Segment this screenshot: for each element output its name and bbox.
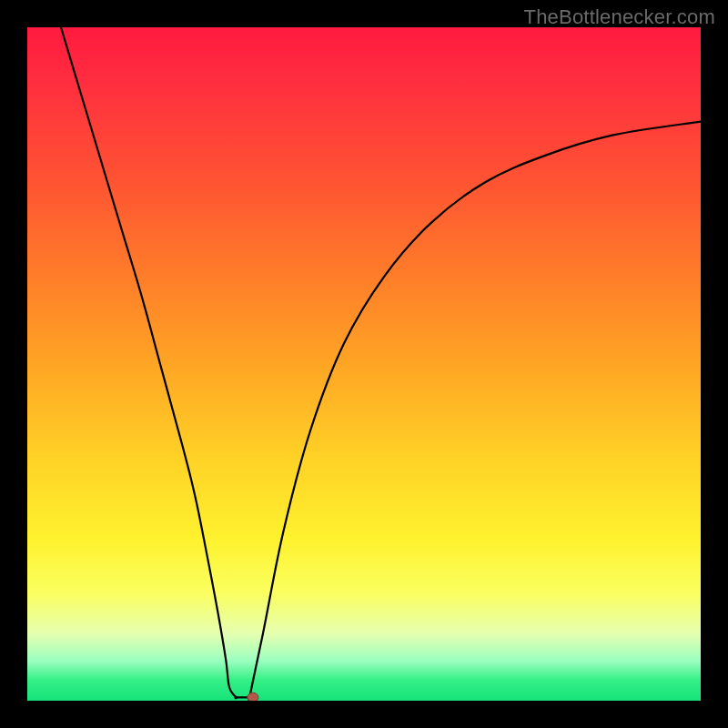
optimal-point-marker <box>248 693 258 701</box>
bottleneck-curve <box>61 27 701 701</box>
plot-area <box>27 27 701 701</box>
watermark-text: TheBottlenecker.com <box>524 5 715 29</box>
curve-layer <box>27 27 701 701</box>
chart-frame: TheBottlenecker.com <box>0 0 728 728</box>
